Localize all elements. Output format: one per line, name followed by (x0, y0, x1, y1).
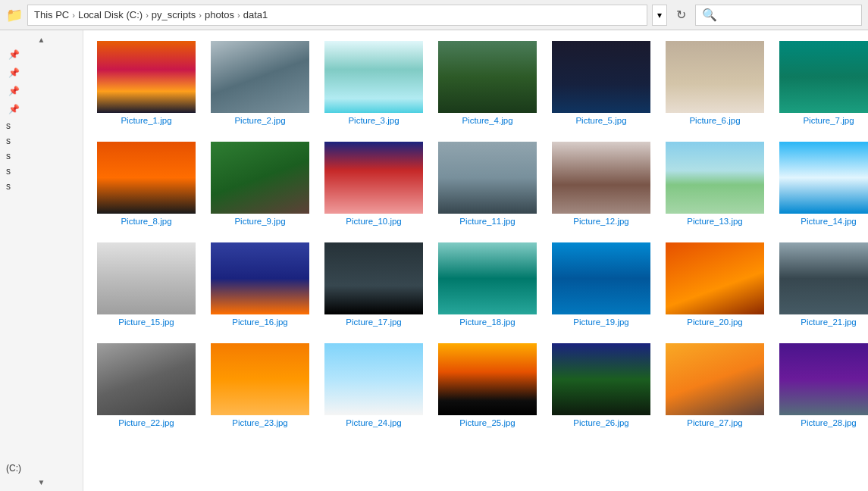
thumb-image (97, 41, 196, 113)
thumb-item[interactable]: Picture_18.jpg (434, 238, 541, 331)
sep4: › (237, 11, 240, 20)
thumb-item[interactable]: Picture_12.jpg (547, 137, 655, 230)
sidebar-bottom-item[interactable]: (C:) (0, 461, 83, 476)
thumb-item[interactable]: Picture_5.jpg (547, 36, 655, 130)
sidebar-item-1[interactable]: s (0, 118, 83, 133)
thumb-image (779, 142, 868, 214)
thumb-item[interactable]: Picture_28.jpg (775, 339, 868, 432)
thumb-label: Picture_15.jpg (118, 317, 174, 327)
search-input[interactable] (722, 9, 855, 20)
folder-icon: 📁 (6, 7, 23, 23)
breadcrumb-this-pc[interactable]: This PC (34, 9, 69, 20)
thumb-image (211, 142, 309, 214)
breadcrumb-dropdown[interactable]: ▾ (652, 5, 667, 26)
thumb-image (438, 242, 537, 314)
thumb-item[interactable]: Picture_27.jpg (661, 339, 769, 432)
thumb-label: Picture_8.jpg (121, 217, 171, 226)
thumb-label: Picture_20.jpg (687, 317, 743, 327)
pin-icon-2[interactable]: 📌 (6, 65, 21, 80)
breadcrumb[interactable]: This PC › Local Disk (C:) › py_scripts ›… (27, 5, 647, 26)
thumb-item[interactable]: Picture_22.jpg (92, 339, 200, 432)
thumb-item[interactable]: Picture_17.jpg (320, 238, 428, 331)
thumb-item[interactable]: Picture_11.jpg (434, 137, 541, 230)
thumb-label: Picture_25.jpg (459, 418, 515, 427)
thumb-item[interactable]: Picture_26.jpg (547, 339, 655, 432)
pin-icon-4[interactable]: 📌 (6, 102, 21, 117)
breadcrumb-data1[interactable]: data1 (243, 9, 268, 20)
breadcrumb-py-scripts[interactable]: py_scripts (152, 9, 196, 20)
refresh-button[interactable]: ↻ (672, 6, 691, 23)
thumb-label: Picture_26.jpg (573, 418, 629, 427)
thumb-label: Picture_1.jpg (121, 116, 171, 125)
thumb-item[interactable]: Picture_24.jpg (320, 339, 428, 432)
sidebar-item-2[interactable]: s (0, 133, 83, 149)
pin-icon-1[interactable]: 📌 (6, 47, 21, 62)
thumb-item[interactable]: Picture_10.jpg (320, 137, 428, 230)
thumb-image (552, 142, 650, 214)
breadcrumb-photos[interactable]: photos (205, 9, 234, 20)
thumb-label: Picture_23.jpg (232, 418, 288, 427)
thumb-label: Picture_4.jpg (462, 116, 512, 125)
sep2: › (146, 11, 149, 20)
thumb-image (97, 142, 196, 214)
thumb-item[interactable]: Picture_23.jpg (206, 339, 314, 432)
sidebar-item-3[interactable]: s (0, 149, 83, 164)
pin-icon-3[interactable]: 📌 (6, 83, 21, 99)
thumb-item[interactable]: Picture_1.jpg (92, 36, 200, 130)
thumb-label: Picture_21.jpg (801, 317, 857, 327)
thumb-item[interactable]: Picture_3.jpg (320, 36, 428, 130)
thumb-label: Picture_12.jpg (573, 217, 629, 226)
content-area[interactable]: Picture_1.jpgPicture_2.jpgPicture_3.jpgP… (83, 30, 868, 491)
search-bar[interactable]: 🔍 (695, 5, 862, 26)
thumb-image (552, 242, 650, 314)
scroll-down[interactable]: ▼ (0, 476, 83, 488)
search-icon: 🔍 (702, 8, 717, 22)
thumb-item[interactable]: Picture_4.jpg (434, 36, 541, 130)
thumb-item[interactable]: Picture_2.jpg (206, 36, 314, 130)
thumb-image (324, 41, 423, 113)
thumb-image (552, 41, 650, 113)
thumb-item[interactable]: Picture_13.jpg (661, 137, 769, 230)
sidebar-items: s s s s s (0, 118, 83, 461)
thumb-image (211, 242, 309, 314)
thumb-label: Picture_11.jpg (459, 217, 515, 226)
thumb-item[interactable]: Picture_20.jpg (661, 238, 769, 331)
thumb-item[interactable]: Picture_21.jpg (775, 238, 868, 331)
sep1: › (72, 11, 75, 20)
thumb-label: Picture_7.jpg (803, 116, 854, 125)
thumb-image (779, 242, 868, 314)
sidebar: ▲ 📌 📌 📌 📌 s s s s s (C:) ▼ (0, 30, 83, 491)
thumb-image (666, 41, 764, 113)
thumb-item[interactable]: Picture_9.jpg (206, 137, 314, 230)
thumb-image (211, 41, 309, 113)
scroll-up[interactable]: ▲ (0, 33, 83, 45)
sidebar-item-4[interactable]: s (0, 164, 83, 179)
thumb-label: Picture_9.jpg (234, 217, 285, 226)
thumb-label: Picture_2.jpg (234, 116, 285, 125)
breadcrumb-local-disk[interactable]: Local Disk (C:) (78, 9, 143, 20)
thumb-item[interactable]: Picture_15.jpg (92, 238, 200, 331)
thumb-item[interactable]: Picture_16.jpg (206, 238, 314, 331)
thumb-item[interactable]: Picture_14.jpg (775, 137, 868, 230)
thumb-image (552, 343, 650, 415)
thumb-item[interactable]: Picture_6.jpg (661, 36, 769, 130)
thumb-image (97, 242, 196, 314)
thumb-image (666, 242, 764, 314)
thumb-label: Picture_22.jpg (118, 418, 174, 427)
sep3: › (199, 11, 202, 20)
thumb-label: Picture_18.jpg (459, 317, 515, 327)
thumb-label: Picture_5.jpg (575, 116, 626, 125)
address-bar: 📁 This PC › Local Disk (C:) › py_scripts… (0, 0, 868, 30)
thumb-label: Picture_16.jpg (232, 317, 288, 327)
thumb-label: Picture_27.jpg (687, 418, 743, 427)
sidebar-item-5[interactable]: s (0, 179, 83, 194)
thumb-image (779, 41, 868, 113)
thumb-item[interactable]: Picture_7.jpg (775, 36, 868, 130)
thumb-item[interactable]: Picture_25.jpg (434, 339, 541, 432)
thumb-image (666, 343, 764, 415)
thumb-label: Picture_17.jpg (346, 317, 402, 327)
thumb-item[interactable]: Picture_19.jpg (547, 238, 655, 331)
thumb-image (438, 142, 537, 214)
thumb-item[interactable]: Picture_8.jpg (92, 137, 200, 230)
thumb-image (211, 343, 309, 415)
